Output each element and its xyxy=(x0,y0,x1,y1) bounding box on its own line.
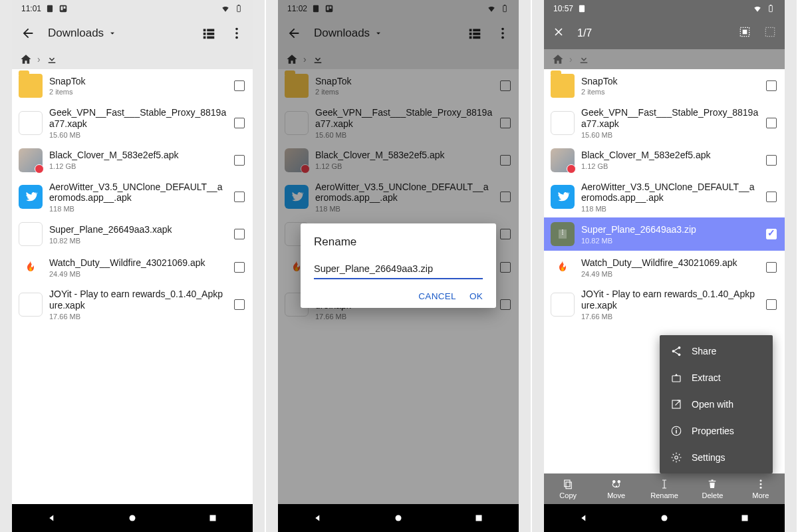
list-item[interactable]: Geek_VPN__Fast___Stable_Proxy_8819aa77.x… xyxy=(278,102,519,144)
file-size: 2 items xyxy=(315,88,493,96)
list-item[interactable]: JOYit - Play to earn rewards_0.1.40_Apkp… xyxy=(544,284,785,325)
list-item[interactable]: AeroWitter_V3.5_UNClone_DEFAULT__aeromod… xyxy=(278,177,519,218)
file-size: 1.12 GB xyxy=(49,162,227,170)
checkbox[interactable] xyxy=(234,118,245,128)
checkbox[interactable] xyxy=(234,192,245,202)
list-item[interactable]: SnapTok2 items xyxy=(544,69,785,102)
nav-recent[interactable] xyxy=(739,512,751,524)
list-item[interactable]: AeroWitter_V3.5_UNClone_DEFAULT__aeromod… xyxy=(12,177,253,218)
menu-item-extract[interactable]: Extract xyxy=(660,364,773,391)
list-item[interactable]: Super_Plane_26649aa3.zip10.82 MB xyxy=(544,217,785,251)
rename-dialog: Rename CANCEL OK xyxy=(301,223,496,308)
ok-button[interactable]: OK xyxy=(469,291,483,301)
checkbox[interactable] xyxy=(234,155,245,166)
checkbox[interactable] xyxy=(766,299,777,310)
checkbox[interactable] xyxy=(500,80,511,91)
menu-item-share[interactable]: Share xyxy=(660,338,773,364)
checkbox[interactable] xyxy=(500,229,511,239)
cancel-button[interactable]: CANCEL xyxy=(418,291,456,301)
checkbox[interactable] xyxy=(234,299,245,310)
checkbox[interactable] xyxy=(766,155,777,166)
list-item[interactable]: JOYit - Play to earn rewards_0.1.40_Apkp… xyxy=(12,284,253,325)
checkbox[interactable] xyxy=(500,118,511,128)
checkbox[interactable] xyxy=(500,192,511,202)
toolbar-delete[interactable]: Delete xyxy=(688,473,736,504)
list-item[interactable]: Watch_Duty__Wildfire_43021069.apk24.49 M… xyxy=(12,251,253,284)
back-button[interactable] xyxy=(20,25,36,41)
svg-rect-45 xyxy=(676,428,677,430)
checkbox[interactable] xyxy=(234,80,245,91)
nav-home[interactable] xyxy=(658,512,670,524)
navbar xyxy=(12,504,253,532)
list-item[interactable]: Watch_Duty__Wildfire_43021069.apk24.49 M… xyxy=(544,251,785,284)
checkbox[interactable] xyxy=(234,229,245,239)
nav-back[interactable] xyxy=(46,512,58,524)
page-title: Downloads xyxy=(314,27,370,40)
checkbox[interactable] xyxy=(766,192,777,202)
nav-back[interactable] xyxy=(578,512,590,524)
folder-icon xyxy=(285,74,309,98)
svg-rect-29 xyxy=(566,482,571,489)
svg-rect-24 xyxy=(770,5,771,5)
breadcrumb[interactable]: › xyxy=(12,49,253,69)
battery-icon xyxy=(500,4,509,13)
dropdown-icon[interactable] xyxy=(108,29,117,38)
file-size: 118 MB xyxy=(581,205,759,213)
list-item[interactable]: Black_Clover_M_583e2ef5.apk1.12 GB xyxy=(278,144,519,177)
bottom-toolbar: CopyMoveRenameDeleteMore xyxy=(544,473,785,504)
overflow-button[interactable] xyxy=(229,25,245,41)
home-icon[interactable] xyxy=(20,53,32,65)
svg-point-35 xyxy=(759,487,761,489)
toolbar-more[interactable]: More xyxy=(737,473,785,504)
wifi-icon xyxy=(487,4,496,13)
menu-item-settings[interactable]: Settings xyxy=(660,444,773,471)
file-name: JOYit - Play to earn rewards_0.1.40_Apkp… xyxy=(49,289,227,311)
nav-home[interactable] xyxy=(126,512,138,524)
file-size: 118 MB xyxy=(315,205,493,213)
toolbar-rename[interactable]: Rename xyxy=(640,473,688,504)
checkbox[interactable] xyxy=(500,155,511,166)
menu-item-open-with[interactable]: Open with xyxy=(660,391,773,418)
statusbar: 10:57 xyxy=(544,0,785,17)
checkbox[interactable] xyxy=(500,262,511,273)
nav-recent[interactable] xyxy=(207,512,219,524)
list-item[interactable]: Geek_VPN__Fast___Stable_Proxy_8819aa77.x… xyxy=(544,102,785,144)
list-item[interactable]: Super_Plane_26649aa3.xapk10.82 MB xyxy=(12,217,253,251)
checkbox[interactable] xyxy=(234,262,245,273)
nav-recent[interactable] xyxy=(473,512,485,524)
anime-icon xyxy=(285,148,309,172)
svg-rect-41 xyxy=(672,376,680,382)
download-icon xyxy=(312,53,324,65)
rename-input[interactable] xyxy=(314,261,483,279)
back-button[interactable] xyxy=(286,25,302,41)
toolbar-copy[interactable]: Copy xyxy=(544,473,592,504)
list-item[interactable]: Black_Clover_M_583e2ef5.apk1.12 GB xyxy=(12,144,253,177)
svg-rect-12 xyxy=(326,5,333,13)
file-name: AeroWitter_V3.5_UNClone_DEFAULT__aeromod… xyxy=(49,182,227,204)
list-item[interactable]: SnapTok2 items xyxy=(12,69,253,102)
nav-back[interactable] xyxy=(312,512,324,524)
status-time: 10:57 xyxy=(553,4,573,13)
checkbox[interactable] xyxy=(766,262,777,273)
list-item[interactable]: Black_Clover_M_583e2ef5.apk1.12 GB xyxy=(544,144,785,177)
page-title[interactable]: Downloads xyxy=(48,27,104,40)
checkbox[interactable] xyxy=(766,80,777,91)
select-all-button[interactable] xyxy=(738,25,751,41)
file-name: Geek_VPN__Fast___Stable_Proxy_8819aa77.x… xyxy=(581,107,759,130)
select-inverse-button[interactable] xyxy=(763,25,777,41)
close-selection-button[interactable] xyxy=(552,25,565,41)
menu-item-properties[interactable]: Properties xyxy=(660,418,773,444)
checkbox[interactable] xyxy=(766,118,777,128)
list-item[interactable]: Geek_VPN__Fast___Stable_Proxy_8819aa77.x… xyxy=(12,102,253,144)
svg-point-31 xyxy=(612,480,616,483)
nav-home[interactable] xyxy=(392,512,404,524)
view-list-button[interactable] xyxy=(201,25,217,41)
list-item[interactable]: AeroWitter_V3.5_UNClone_DEFAULT__aeromod… xyxy=(544,177,785,218)
checkbox[interactable] xyxy=(766,229,777,239)
toolbar-move[interactable]: Move xyxy=(592,473,640,504)
checkbox[interactable] xyxy=(500,299,511,310)
blank-icon xyxy=(551,293,575,317)
file-name: Watch_Duty__Wildfire_43021069.apk xyxy=(581,257,759,269)
list-item[interactable]: SnapTok2 items xyxy=(278,69,519,102)
download-icon[interactable] xyxy=(46,53,58,65)
